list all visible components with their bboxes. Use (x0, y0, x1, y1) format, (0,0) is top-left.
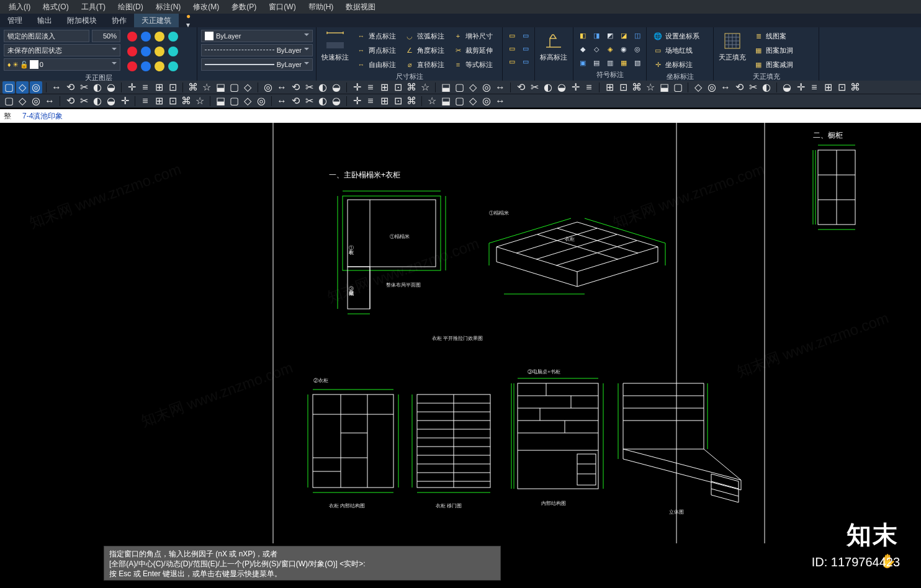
symbol-icon[interactable]: ◨ (591, 30, 602, 41)
toolbar-tool-icon[interactable]: ◐ (317, 81, 329, 94)
symbol-icon[interactable]: ◈ (604, 43, 616, 55)
toolbar-tool-icon[interactable]: ⟲ (289, 81, 302, 94)
toolbar-tool-icon[interactable]: ↔ (494, 95, 506, 107)
toolbar-tool-icon[interactable]: ◎ (480, 81, 493, 94)
toolbar-tool-icon[interactable]: ⬓ (658, 81, 670, 94)
toolbar-tool-icon[interactable]: ▢ (453, 95, 465, 107)
toolbar-tool-icon[interactable]: ⊞ (153, 95, 165, 107)
toolbar-tool-icon[interactable]: ↔ (719, 81, 732, 94)
symbol-icon[interactable]: ◧ (577, 30, 588, 41)
dim-tool-icon[interactable]: ▭ (520, 56, 531, 67)
toolbar-tool-icon[interactable]: ◇ (241, 81, 254, 94)
toolbar-tool-icon[interactable]: ▢ (2, 95, 15, 107)
toolbar-tool-icon[interactable]: ⟲ (289, 95, 302, 107)
coord-redline-button[interactable]: ▭场地红线 (650, 44, 702, 56)
layer-walk-icon[interactable] (127, 61, 138, 72)
layer-prev-icon[interactable] (154, 61, 165, 72)
color-combo[interactable]: ByLayer (201, 30, 313, 42)
toolbar-tool-icon[interactable]: ⟲ (733, 81, 745, 94)
fill-linepattern-button[interactable]: ≣线图案 (751, 30, 796, 42)
coord-dim-button[interactable]: ✛坐标标注 (650, 58, 702, 71)
symbol-icon[interactable]: ▤ (591, 57, 602, 68)
symbol-icon[interactable]: ▧ (632, 57, 643, 68)
toolbar-tool-icon[interactable]: ✂ (78, 81, 90, 94)
coord-set-button[interactable]: 🌐设置坐标系 (650, 30, 702, 42)
toolbar-tool-icon[interactable]: ✛ (119, 95, 131, 107)
dim-equal-button[interactable]: ≡等式标注 (451, 58, 495, 71)
fill-subhole-button[interactable]: ▦图案减洞 (751, 58, 796, 71)
toolbar-tool-icon[interactable]: ◒ (555, 81, 568, 94)
toolbar-tool-icon[interactable]: ⊡ (617, 81, 629, 94)
dim-add-button[interactable]: +增补尺寸 (451, 30, 495, 42)
toolbar-tool-icon[interactable]: ⊡ (166, 95, 179, 107)
toolbar-tool-icon[interactable]: ↔ (43, 95, 56, 107)
symbol-icon[interactable]: ▣ (577, 57, 588, 68)
layer-thaw-icon[interactable] (140, 46, 151, 57)
toolbar-tool-icon[interactable]: ⊡ (392, 95, 404, 107)
toolbar-tool-icon[interactable]: ◒ (330, 95, 343, 107)
dim-tool-icon[interactable]: ▭ (506, 30, 518, 41)
toolbar-tool-icon[interactable]: ✛ (569, 81, 582, 94)
toolbar-tool-icon[interactable]: ◇ (467, 81, 479, 94)
fill-addhole-button[interactable]: ▦图案加洞 (751, 44, 796, 56)
toolbar-tool-icon[interactable]: ✂ (303, 81, 315, 94)
layer-merge-icon[interactable] (168, 61, 179, 72)
toolbar-tool-icon[interactable]: ⌘ (405, 81, 418, 94)
toolbar-tool-icon[interactable]: ≡ (364, 81, 377, 94)
symbol-icon[interactable]: ▥ (604, 57, 616, 68)
toolbar-tool-icon[interactable]: ☆ (200, 81, 213, 94)
toolbar-tool-icon[interactable]: ◇ (241, 95, 254, 107)
toolbar-tool-icon[interactable]: ⟲ (514, 81, 527, 94)
toolbar-tool-icon[interactable]: ◐ (91, 95, 104, 107)
toolbar-tool-icon[interactable]: ◐ (542, 81, 554, 94)
menu-format[interactable]: 格式(O) (37, 1, 74, 14)
toolbar-tool-icon[interactable]: ⬓ (214, 95, 227, 107)
menu-tools[interactable]: 工具(T) (75, 1, 112, 14)
toolbar-tool-icon[interactable]: ⌘ (180, 95, 192, 107)
elev-dim-button[interactable]: 标高标注 (539, 30, 568, 63)
toolbar-tool-icon[interactable]: ☆ (419, 81, 431, 94)
toolbar-tool-icon[interactable]: ✂ (747, 81, 759, 94)
lineweight-combo[interactable]: ByLayer (201, 58, 313, 71)
dim-twopoint-button[interactable]: ↔两点标注 (354, 44, 398, 56)
toolbar-tool-icon[interactable]: ⊡ (835, 81, 848, 94)
menu-help[interactable]: 帮助(H) (302, 1, 340, 14)
toolbar-tool-icon[interactable]: ✛ (125, 81, 138, 94)
toolbar-tool-icon[interactable]: ◎ (255, 95, 267, 107)
toolbar-tool-icon[interactable]: ⊞ (153, 81, 165, 94)
layer-lock-icon[interactable] (154, 31, 165, 42)
drawing-canvas[interactable]: 一、主卧榻榻米+衣柜 二、橱柜 ①榻榻米 ①衣柜 ③储藏柜 整体布局平面图 ①榻… (0, 123, 921, 543)
tab-manage[interactable]: 管理 (0, 14, 30, 28)
doc-tab-active[interactable]: 7-4滇池印象 (19, 110, 66, 123)
toolbar-tool-icon[interactable]: ⌘ (631, 81, 643, 94)
toolbar-tool-icon[interactable]: ⊞ (603, 81, 616, 94)
toolbar-tool-icon[interactable]: ⊞ (378, 95, 390, 107)
toolbar-tool-icon[interactable]: ◎ (706, 81, 718, 94)
toolbar-tool-icon[interactable]: ⌘ (405, 95, 418, 107)
toolbar-tool-icon[interactable]: ◇ (16, 95, 29, 107)
toolbar-tool-icon[interactable]: ◒ (330, 81, 343, 94)
symbol-icon[interactable]: ◪ (618, 30, 629, 41)
linetype-combo[interactable]: ByLayer (201, 44, 313, 56)
toolbar-tool-icon[interactable]: ✂ (303, 95, 315, 107)
layer-off-icon[interactable] (127, 31, 138, 42)
symbol-icon[interactable]: ◩ (604, 30, 616, 41)
symbol-icon[interactable]: ◉ (618, 43, 629, 55)
toolbar-tool-icon[interactable]: ◒ (105, 95, 117, 107)
toolbar-tool-icon[interactable]: ✛ (351, 95, 363, 107)
dim-point-button[interactable]: ↔逐点标注 (354, 30, 398, 42)
layer-on-icon[interactable] (127, 46, 138, 57)
menu-insert[interactable]: 插入(I) (2, 1, 37, 14)
toolbar-tool-icon[interactable]: ✛ (794, 81, 807, 94)
menu-dataview[interactable]: 数据视图 (339, 1, 382, 14)
toolbar-tool-icon[interactable]: ⌘ (849, 81, 861, 94)
fill-big-button[interactable]: 天正填充 (717, 30, 747, 63)
toolbar-tool-icon[interactable]: ⬓ (214, 81, 227, 94)
symbol-icon[interactable]: ◎ (632, 43, 643, 55)
symbol-icon[interactable]: ◇ (591, 43, 602, 55)
toolbar-tool-icon[interactable]: ⟲ (64, 95, 76, 107)
toolbar-tool-icon[interactable]: ◎ (30, 95, 42, 107)
layer-match-icon[interactable] (140, 61, 151, 72)
toolbar-tool-icon[interactable]: ⬓ (439, 81, 452, 94)
menu-window[interactable]: 窗口(W) (263, 1, 302, 14)
